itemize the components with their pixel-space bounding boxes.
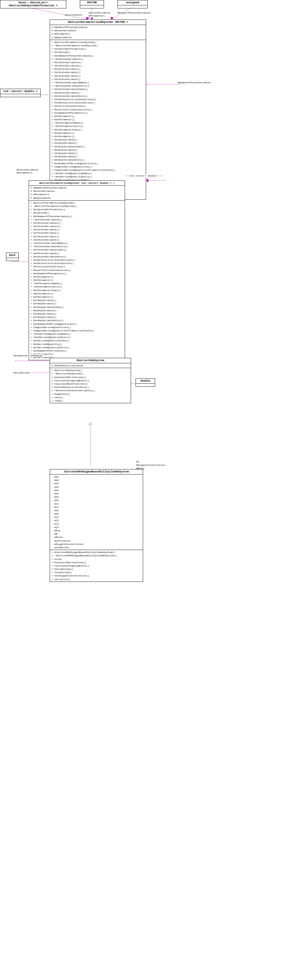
abstract-ode-system-title: AbstractOdeSystem bbox=[50, 358, 131, 363]
diagram-container: boost::shared_ptr< AbstractOdeSystemInfo… bbox=[0, 0, 288, 980]
alarcon-box: Alarcon2004OxygenBasedCellCycleOdeSystem… bbox=[50, 469, 143, 582]
svg-marker-12 bbox=[146, 179, 148, 182]
unsigned-box: unsigned bbox=[117, 0, 147, 8]
state-vars-params-label-2: mStateVariablesmParameters bbox=[16, 169, 38, 175]
std-vector-double-top-title: std::vector< double > bbox=[0, 89, 40, 94]
abs-param-stdvec-attrs: # mNumberOfStateVariables # mStateVariab… bbox=[29, 186, 125, 200]
svg-marker-1 bbox=[86, 18, 89, 19]
svg-marker-26 bbox=[88, 423, 92, 425]
mss-labelled-label: mssLabelled bbox=[14, 371, 29, 374]
abs-param-vector-attrs: # mNumberOfStateVariables # mStateVariab… bbox=[50, 25, 146, 40]
unsigned-title: unsigned bbox=[118, 0, 147, 5]
num-state-vars-right-label: mNumberOfStateVariables bbox=[178, 81, 211, 84]
abs-param-system-stdvec-box: AbstractParameterisedSystem< std::vector… bbox=[29, 180, 125, 360]
double-title: double bbox=[136, 379, 155, 384]
abstract-ode-system-box: AbstractOdeSystem # mUseAnalyticJacobian… bbox=[50, 358, 131, 403]
alarcon-attrs: - ma1 - ma2 - ma3 - ma4 - mb1 - mb2 - mb… bbox=[50, 474, 143, 550]
abstract-ode-system-attrs: # mUseAnalyticJacobian bbox=[50, 363, 131, 368]
alarcon-title: Alarcon2004OxygenBasedCellCycleOdeSystem bbox=[50, 469, 143, 474]
state-vars-params-label: mStateVariablesmParameters bbox=[89, 11, 110, 18]
vector-box: VECTOR bbox=[80, 0, 104, 8]
std-vector-double-top-box: std::vector< double > bbox=[0, 89, 41, 97]
mp-system-info-label: mpSystemInfo bbox=[65, 14, 82, 16]
svg-marker-5 bbox=[110, 17, 114, 19]
abs-param-system-vector-box: AbstractParameterisedSystem< VECTOR > # … bbox=[50, 19, 146, 200]
bool-box: bool bbox=[6, 253, 19, 261]
double-box: double bbox=[136, 378, 155, 387]
bool-title: bool bbox=[6, 253, 18, 258]
abs-param-stdvec-title: AbstractParameterisedSystem< std::vector… bbox=[29, 181, 125, 186]
svg-marker-3 bbox=[90, 18, 94, 19]
alarcon-methods: + Alarcon2004OxygenBasedCellCycleOdeSyst… bbox=[50, 550, 143, 582]
vector-title: VECTOR bbox=[80, 0, 104, 5]
use-analytic-jacobian-label: mUseAnalyticJacobian bbox=[14, 354, 43, 357]
abstract-ode-system-methods: + AbstractOdeSystem() + ~AbstractOdeSyst… bbox=[50, 368, 131, 403]
abs-param-system-vector-title: AbstractParameterisedSystem< VECTOR > bbox=[50, 20, 146, 25]
boost-shared-ptr-box: boost::shared_ptr< AbstractOdeSystemInfo… bbox=[0, 0, 66, 8]
std-vector-right-label: < std::vector< double > > bbox=[126, 174, 162, 177]
abs-param-stdvec-methods: + AbstractParameterisedSystem() + ~Abstr… bbox=[29, 200, 125, 360]
num-state-vars-label: mNumberOfStateVariables bbox=[117, 11, 150, 14]
boost-shared-ptr-title: boost::shared_ptr< AbstractOdeSystemInfo… bbox=[0, 0, 66, 8]
